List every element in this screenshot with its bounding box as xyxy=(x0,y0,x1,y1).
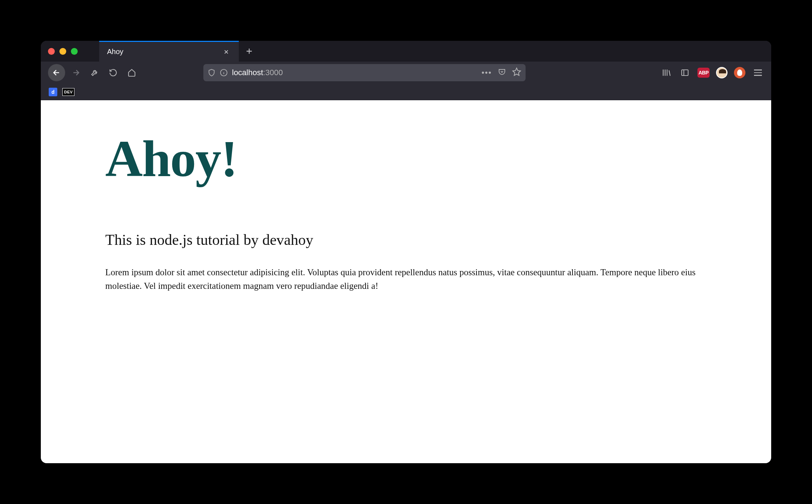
info-icon xyxy=(220,69,228,77)
back-button[interactable] xyxy=(48,64,65,81)
url-host: localhost xyxy=(232,68,263,77)
window-controls xyxy=(48,48,78,55)
url-actions: ••• xyxy=(482,67,521,78)
dev-tools-button[interactable] xyxy=(87,65,102,81)
plus-icon xyxy=(245,47,253,55)
window-minimize-button[interactable] xyxy=(59,48,66,55)
page-content: Ahoy! This is node.js tutorial by devaho… xyxy=(41,100,771,463)
arrow-left-icon xyxy=(52,68,61,77)
reload-icon xyxy=(109,68,117,77)
toolbar-right: ABP xyxy=(660,67,764,79)
app-menu-button[interactable] xyxy=(752,69,764,76)
sidebar-button[interactable] xyxy=(679,67,691,79)
url-port: :3000 xyxy=(263,68,283,77)
close-icon xyxy=(223,49,229,55)
address-bar[interactable]: localhost:3000 ••• xyxy=(203,64,526,81)
star-icon xyxy=(512,67,521,77)
shield-icon xyxy=(208,69,216,77)
url-text: localhost:3000 xyxy=(232,68,477,77)
tab-bar: Ahoy xyxy=(41,41,771,62)
sidebar-icon xyxy=(681,68,689,77)
tab-title: Ahoy xyxy=(107,48,220,56)
bookmarks-bar: d DEV xyxy=(41,84,771,100)
browser-window: Ahoy xyxy=(41,41,771,463)
pocket-icon xyxy=(498,68,506,76)
bookmark-button[interactable] xyxy=(512,67,521,78)
hamburger-icon xyxy=(754,69,762,71)
window-maximize-button[interactable] xyxy=(71,48,78,55)
wrench-icon xyxy=(90,68,99,77)
profile-extension-button[interactable] xyxy=(716,67,728,78)
home-icon xyxy=(127,68,136,77)
bookmark-item-1[interactable]: d xyxy=(49,88,57,96)
library-icon xyxy=(662,68,671,77)
tracking-protection-button[interactable] xyxy=(208,69,216,77)
arrow-right-icon xyxy=(72,68,80,77)
bookmark-item-2[interactable]: DEV xyxy=(62,88,74,96)
forward-button[interactable] xyxy=(68,65,84,81)
reload-button[interactable] xyxy=(105,65,121,81)
svg-rect-1 xyxy=(682,70,688,76)
library-button[interactable] xyxy=(660,67,672,79)
duckduckgo-extension-button[interactable] xyxy=(734,67,745,78)
home-button[interactable] xyxy=(124,65,140,81)
window-close-button[interactable] xyxy=(48,48,55,55)
page-paragraph: Lorem ipsum dolor sit amet consectetur a… xyxy=(105,266,696,292)
tab-close-button[interactable] xyxy=(220,47,232,57)
page-heading: Ahoy! xyxy=(105,129,707,188)
adblock-extension-button[interactable]: ABP xyxy=(697,68,710,78)
new-tab-button[interactable] xyxy=(239,41,260,62)
reader-mode-button[interactable] xyxy=(498,68,506,78)
browser-tab[interactable]: Ahoy xyxy=(99,41,239,62)
page-subheading: This is node.js tutorial by devahoy xyxy=(105,231,707,248)
page-actions-button[interactable]: ••• xyxy=(482,68,492,77)
browser-toolbar: localhost:3000 ••• ABP xyxy=(41,62,771,84)
site-info-button[interactable] xyxy=(220,69,228,77)
